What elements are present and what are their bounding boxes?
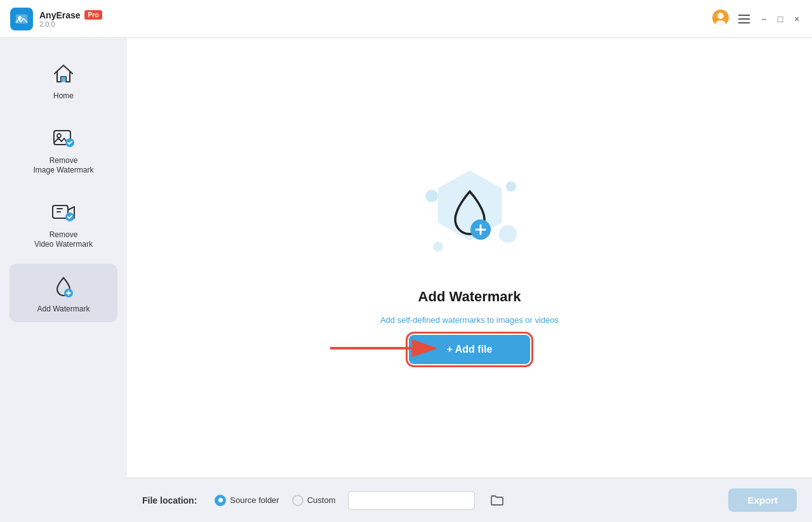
- app-name-block: AnyErase Pro 2.0.0: [39, 10, 102, 28]
- sidebar-item-remove-video[interactable]: RemoveVideo Watermark: [10, 190, 117, 258]
- menu-icon[interactable]: [738, 15, 750, 23]
- app-version: 2.0.0: [39, 20, 102, 28]
- center-content: Add Watermark Add self-defined watermark…: [127, 38, 812, 478]
- sidebar-label-add-watermark: Add Watermark: [37, 304, 90, 315]
- svg-rect-0: [16, 14, 27, 23]
- maximize-button[interactable]: □: [775, 14, 785, 24]
- title-bar-right: − □ ×: [712, 9, 802, 29]
- custom-option[interactable]: Custom: [292, 495, 336, 506]
- source-folder-label: Source folder: [230, 495, 279, 505]
- browse-folder-button[interactable]: [488, 491, 507, 510]
- watermark-illustration: [400, 152, 540, 278]
- sidebar: Home RemoveImage Watermark: [0, 38, 127, 522]
- window-controls: − □ ×: [759, 14, 802, 24]
- svg-point-3: [717, 13, 724, 19]
- sidebar-label-remove-image: RemoveImage Watermark: [34, 156, 94, 176]
- add-watermark-icon: [50, 273, 77, 301]
- main-layout: Home RemoveImage Watermark: [0, 38, 812, 522]
- close-button[interactable]: ×: [792, 14, 802, 24]
- custom-path-input[interactable]: [348, 491, 475, 510]
- svg-point-14: [506, 181, 516, 192]
- remove-video-icon: [50, 199, 77, 226]
- svg-point-13: [425, 190, 438, 202]
- title-bar: AnyErase Pro 2.0.0 − □ ×: [0, 0, 812, 38]
- sidebar-label-remove-video: RemoveVideo Watermark: [34, 230, 93, 250]
- sidebar-item-home[interactable]: Home: [10, 51, 117, 109]
- svg-rect-5: [61, 77, 66, 82]
- remove-image-icon: [50, 124, 77, 152]
- arrow-annotation: [330, 332, 444, 367]
- svg-point-7: [57, 134, 61, 138]
- app-name-text: AnyErase: [39, 10, 81, 20]
- sidebar-item-remove-image[interactable]: RemoveImage Watermark: [10, 115, 117, 183]
- export-button[interactable]: Export: [728, 488, 797, 512]
- pro-badge: Pro: [84, 10, 103, 20]
- file-location-label: File location:: [142, 495, 197, 506]
- content-area: Add Watermark Add self-defined watermark…: [127, 38, 812, 522]
- custom-radio[interactable]: [292, 495, 303, 506]
- source-folder-option[interactable]: Source folder: [215, 495, 279, 506]
- user-icon[interactable]: [712, 9, 729, 29]
- sidebar-label-home: Home: [53, 91, 74, 101]
- home-icon: [50, 60, 77, 88]
- app-logo: [10, 8, 33, 30]
- main-subtitle: Add self-defined watermarks to images or…: [380, 315, 559, 325]
- main-title: Add Watermark: [418, 289, 521, 305]
- custom-label: Custom: [307, 495, 336, 505]
- watermark-drop-svg: [441, 186, 498, 244]
- svg-point-15: [499, 225, 517, 243]
- source-folder-radio[interactable]: [215, 495, 226, 506]
- bottom-bar: File location: Source folder Custom: [127, 478, 812, 522]
- sidebar-item-add-watermark[interactable]: Add Watermark: [10, 264, 117, 322]
- minimize-button[interactable]: −: [759, 14, 769, 24]
